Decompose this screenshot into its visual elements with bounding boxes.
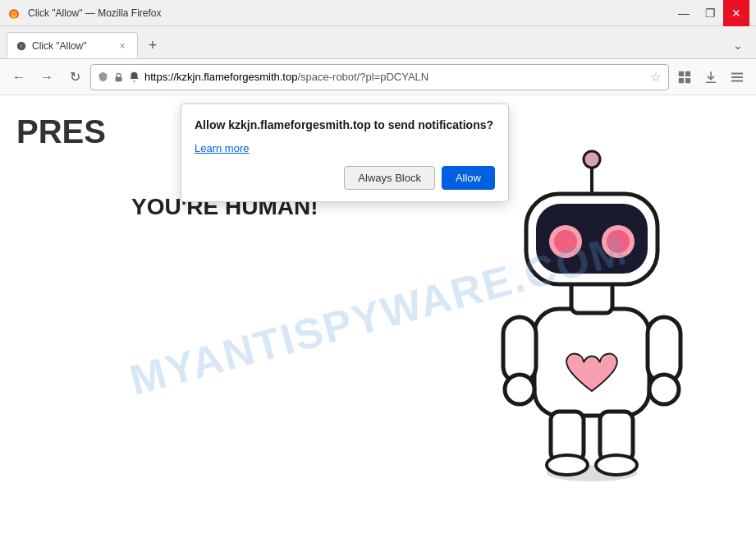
notification-permission-icon — [129, 71, 140, 82]
svg-point-27 — [554, 230, 577, 253]
svg-text:!: ! — [21, 43, 22, 48]
tab-close-button[interactable]: × — [116, 39, 129, 53]
press-heading: PRES — [16, 112, 106, 151]
allow-button[interactable]: Allow — [442, 166, 495, 190]
close-button[interactable]: ✕ — [723, 0, 749, 26]
popup-title: Allow kzkjn.flameforgesmith.top to send … — [195, 117, 495, 134]
new-tab-button[interactable]: + — [141, 34, 164, 57]
lock-icon — [113, 71, 124, 82]
navbar: ← → ↻ https://kzkjn.flameforgesmith.top/… — [0, 59, 756, 95]
active-tab[interactable]: ! Click "Allow" × — [7, 32, 138, 58]
minimize-button[interactable]: — — [671, 0, 697, 26]
svg-point-22 — [596, 455, 637, 475]
bookmark-star-icon[interactable]: ☆ — [650, 69, 662, 85]
tabbar: ! Click "Allow" × + ⌄ — [0, 26, 756, 59]
urlbar[interactable]: https://kzkjn.flameforgesmith.top/space-… — [90, 64, 669, 90]
maximize-button[interactable]: ❐ — [697, 0, 723, 26]
back-button[interactable]: ← — [7, 65, 31, 90]
forward-button[interactable]: → — [34, 65, 59, 90]
tab-title: Click "Allow" — [32, 40, 111, 52]
extensions-button[interactable] — [672, 65, 697, 90]
titlebar-controls: — ❐ ✕ — [671, 0, 749, 26]
titlebar-title: Click "Allow" — Mozilla Firefox — [28, 7, 162, 19]
notification-popup: Allow kzkjn.flameforgesmith.top to send … — [181, 104, 509, 202]
popup-buttons: Always Block Allow — [195, 166, 495, 190]
titlebar: Click "Allow" — Mozilla Firefox — ❐ ✕ — [0, 0, 756, 26]
press-text: PRES — [16, 113, 106, 150]
learn-more-link[interactable]: Learn more — [195, 142, 249, 154]
firefox-logo-icon — [7, 6, 21, 21]
svg-point-31 — [584, 151, 600, 168]
svg-point-16 — [505, 375, 534, 404]
always-block-button[interactable]: Always Block — [344, 166, 435, 190]
url-domain: https://kzkjn.flameforgesmith.top — [144, 71, 297, 83]
url-path: /space-robot/?pl=pDCYALN — [297, 71, 428, 83]
tab-list-button[interactable]: ⌄ — [726, 34, 749, 57]
svg-rect-7 — [679, 77, 684, 82]
navbar-right-buttons — [672, 65, 749, 90]
url-text: https://kzkjn.flameforgesmith.top/space-… — [144, 71, 645, 83]
svg-point-20 — [547, 455, 588, 475]
svg-point-29 — [607, 230, 630, 253]
svg-rect-4 — [115, 77, 121, 82]
svg-rect-6 — [685, 71, 690, 76]
tab-favicon-icon: ! — [16, 40, 27, 52]
downloads-button[interactable] — [699, 65, 723, 90]
browser-content: MYANTISPYWARE.COM PRES YOU'RE HUMAN! — [0, 95, 756, 534]
svg-rect-8 — [685, 77, 690, 82]
titlebar-left: Click "Allow" — Mozilla Firefox — [7, 6, 162, 21]
shield-icon — [98, 71, 108, 82]
svg-rect-5 — [679, 71, 684, 76]
more-tools-button[interactable] — [725, 65, 749, 90]
svg-point-18 — [649, 375, 679, 404]
reload-button[interactable]: ↻ — [62, 65, 87, 90]
